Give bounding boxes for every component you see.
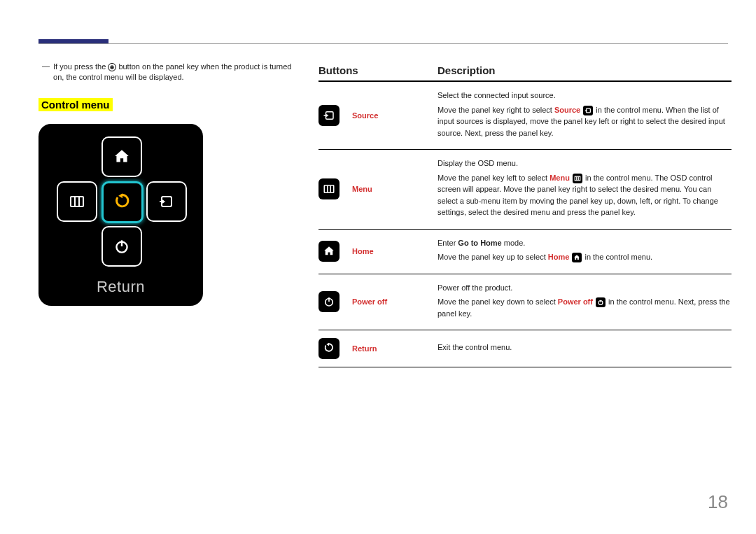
source-button[interactable] — [146, 181, 187, 222]
header-description: Description — [438, 64, 732, 76]
svg-rect-11 — [575, 176, 580, 181]
row-description: Power off the product. Move the panel ke… — [438, 282, 732, 323]
menu-icon-box — [318, 178, 340, 199]
power-icon — [113, 237, 131, 255]
power-icon-inline — [596, 297, 606, 307]
source-icon-inline — [583, 106, 593, 115]
menu-icon — [69, 193, 85, 210]
note-dash: ― — [38, 62, 51, 70]
row-description: Select the connected input source. Move … — [438, 90, 732, 141]
svg-rect-0 — [71, 197, 83, 206]
power-icon — [323, 295, 335, 308]
panel-key-button-icon: ◉ — [108, 63, 116, 71]
row-label: Menu — [352, 185, 438, 193]
home-icon — [113, 148, 131, 166]
return-icon — [323, 342, 335, 355]
row-label: Source — [352, 111, 438, 120]
desc-line: Power off the product. — [438, 282, 732, 294]
row-description: Enter Go to Home mode. Move the panel ke… — [438, 237, 732, 266]
desc-line: Enter Go to Home mode. — [438, 237, 732, 249]
row-label: Return — [352, 344, 438, 353]
control-menu-title: Control menu — [38, 98, 113, 111]
desc-line: Select the connected input source. — [438, 90, 732, 101]
table-header: Buttons Description — [318, 64, 732, 82]
table-row: Menu Display the OSD menu. Move the pane… — [318, 150, 732, 230]
row-label: Power off — [352, 297, 438, 306]
desc-line: Exit the control menu. — [438, 342, 732, 353]
source-icon-box — [318, 105, 340, 126]
note-text-before: If you press the — [53, 62, 108, 71]
source-icon — [323, 109, 335, 122]
top-rule — [38, 43, 728, 44]
svg-rect-8 — [324, 185, 334, 193]
return-button[interactable] — [102, 181, 144, 223]
right-column: Buttons Description Source Select the co… — [318, 64, 732, 367]
note: ― If you press the ◉ button on the panel… — [38, 62, 298, 83]
table-row: Home Enter Go to Home mode. Move the pan… — [318, 230, 732, 274]
power-icon-box — [318, 291, 340, 312]
desc-line: Display the OSD menu. — [438, 157, 732, 169]
left-column: ― If you press the ◉ button on the panel… — [38, 62, 298, 306]
row-label: Home — [352, 247, 438, 255]
table-row: Return Exit the control menu. — [318, 330, 732, 367]
home-icon-box — [318, 241, 340, 262]
power-button[interactable] — [102, 226, 142, 267]
desc-line: Move the panel key right to select Sourc… — [438, 104, 732, 139]
control-menu-panel: Return — [38, 124, 203, 306]
desc-line: Move the panel key up to select Home in … — [438, 251, 732, 263]
row-description: Exit the control menu. — [438, 342, 732, 356]
menu-button[interactable] — [57, 181, 97, 222]
page-number: 18 — [708, 491, 728, 513]
table-row: Source Select the connected input source… — [318, 82, 732, 150]
desc-line: Move the panel key left to select Menu i… — [438, 172, 732, 218]
source-icon — [158, 193, 175, 210]
panel-return-label: Return — [38, 278, 203, 296]
home-icon-inline — [572, 253, 582, 262]
top-accent-bar — [38, 39, 108, 43]
buttons-description-table: Buttons Description Source Select the co… — [318, 64, 732, 367]
header-buttons: Buttons — [318, 64, 438, 76]
return-icon-box — [318, 338, 340, 359]
desc-line: Move the panel key down to select Power … — [438, 296, 732, 319]
return-icon — [113, 192, 132, 212]
menu-icon — [323, 183, 335, 195]
menu-icon-inline — [573, 174, 582, 183]
table-row: Power off Power off the product. Move th… — [318, 274, 732, 331]
row-description: Display the OSD menu. Move the panel key… — [438, 157, 732, 221]
home-button[interactable] — [102, 136, 142, 177]
home-icon — [323, 245, 335, 258]
